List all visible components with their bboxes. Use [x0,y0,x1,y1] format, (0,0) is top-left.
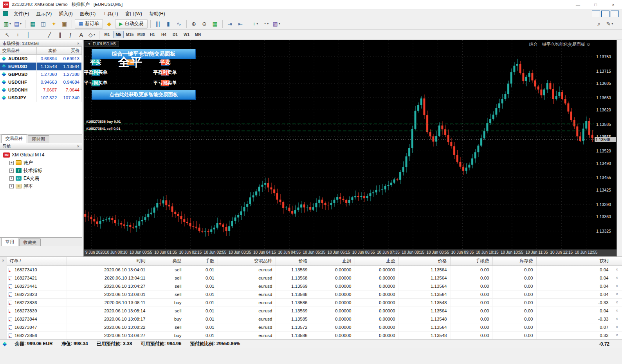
tab-常用[interactable]: 常用 [1,238,18,246]
orders-column-header[interactable]: 手续费 [450,257,492,265]
orders-column-header[interactable]: 类型 [149,257,185,265]
close-button[interactable]: × [604,0,622,9]
bar-chart-button[interactable]: ||| [153,19,163,28]
order-row[interactable]: 1682734102020.06.10 13:04:01sell0.01euru… [7,265,622,274]
child-minimize-button[interactable]: — [592,11,600,17]
orders-column-header[interactable]: 库存费 [492,257,536,265]
indicators-button[interactable]: +▾ [251,19,260,28]
shapes-button[interactable]: ◇▾ [87,30,97,39]
market-watch-row[interactable]: GBPUSD1.273601.27388 [0,70,82,78]
channel-button[interactable]: ∥ [55,30,65,39]
order-close-icon[interactable]: × [612,274,622,282]
minimize-button[interactable]: — [569,0,587,9]
autotrading-button[interactable]: ▶自动交易 [115,19,147,29]
market-watch-row[interactable]: EURUSD1.135481.13564 [0,63,82,70]
navigator-close-icon[interactable]: × [77,144,79,149]
tree-item[interactable]: +技术指标 [0,167,82,174]
order-row[interactable]: 1682738232020.06.10 13:08:01sell0.01euru… [7,290,622,298]
menu-item-6[interactable]: 帮助(H) [146,9,169,18]
zoom-out-button[interactable]: ⊖ [200,19,209,28]
close-sell-button[interactable]: 平卖 [161,59,169,66]
child-restore-button[interactable]: □ [601,11,609,17]
market-watch-row[interactable]: USDCNH7.06077.0644 [0,86,82,94]
orders-column-header[interactable]: 价格 [398,257,450,265]
order-row[interactable]: 1682738442020.06.10 13:08:17buy0.01eurus… [7,315,622,323]
child-close-button[interactable]: × [611,11,619,17]
orders-column-header[interactable]: 手数 [185,257,218,265]
line-chart-button[interactable]: ∿ [174,19,184,28]
order-close-icon[interactable]: × [612,265,622,274]
tree-root[interactable]: XMXM Global MT4 [0,151,82,159]
chart-symbol-chip[interactable]: ▼ EURUSD,M5 [85,41,119,47]
timeframe-m5[interactable]: M5 [113,31,124,38]
quick-edit-button[interactable]: ✎▾ [605,19,615,28]
timeframe-mn[interactable]: MN [193,31,203,38]
order-row[interactable]: 1682738562020.06.10 13:08:27buy0.01eurus… [7,331,622,339]
order-close-icon[interactable]: × [612,282,622,290]
order-row[interactable]: 1682738362020.06.10 13:08:11buy0.01eurus… [7,298,622,307]
expand-icon[interactable]: + [9,161,14,165]
new-order-button[interactable]: ▦新订单 [75,19,103,29]
market-watch-row[interactable]: AUDUSD0.698940.69913 [0,55,82,63]
terminal-close-icon[interactable]: × [0,257,7,263]
text-button[interactable]: A [76,30,86,39]
market-watch-row[interactable]: USDCHF0.946630.94684 [0,78,82,86]
tree-item[interactable]: +脚本 [0,182,82,190]
timeframe-m15[interactable]: M15 [124,31,135,38]
navigator-button[interactable]: ✦ [49,19,59,28]
menu-item-4[interactable]: 工具(T) [99,9,121,18]
order-close-icon[interactable]: × [612,307,622,315]
close-buy-button[interactable]: 平买 [92,59,100,66]
fibonacci-button[interactable]: ƒ [66,30,76,39]
menu-item-1[interactable]: 显示(V) [32,9,55,18]
orders-column-header[interactable]: 订单 / [7,257,67,265]
order-row[interactable]: 1682734412020.06.10 13:04:27sell0.01euru… [7,282,622,290]
tile-windows-button[interactable]: ▦ [210,19,220,28]
tab-收藏夹[interactable]: 收藏夹 [19,238,41,246]
order-row[interactable]: 1682738392020.06.10 13:08:14sell0.01euru… [7,307,622,315]
order-row[interactable]: 1682734212020.06.10 13:04:11sell0.01euru… [7,274,622,282]
timeframe-w1[interactable]: W1 [181,31,192,38]
chart-plot[interactable]: ▼ EURUSD,M5 综合一键平仓智能化交易面板 ☺ 综合一键平仓智能交易面板… [84,40,594,249]
expand-icon[interactable]: + [9,184,14,188]
close-profit-sell-button[interactable]: 平盈利卖单 [161,69,169,76]
cursor-button[interactable]: ↖ [2,30,12,39]
timeframe-h1[interactable]: H1 [147,31,158,38]
timeframe-m30[interactable]: M30 [136,31,146,38]
market-watch-close-icon[interactable]: × [77,41,79,46]
zoom-in-button[interactable]: ⊕ [189,19,199,28]
timeframe-m1[interactable]: M1 [102,31,112,38]
periods-button[interactable]: ◔▾ [261,19,271,28]
close-loss-sell-button[interactable]: 平亏损卖单 [161,80,169,86]
metaeditor-button[interactable]: ◆ [104,19,114,28]
orders-column-header[interactable]: 交易品种 [218,257,276,265]
timeframe-d1[interactable]: D1 [170,31,180,38]
trendline-button[interactable]: ╱ [45,30,54,39]
orders-column-header[interactable]: 时间 [67,257,149,265]
templates-button[interactable]: ▨▾ [272,19,281,28]
tree-item[interactable]: +EA交易 [0,174,82,182]
profiles-button[interactable]: ▤▾ [13,19,23,28]
candlestick-chart-button[interactable]: ▮ [164,19,173,28]
tab-即时图[interactable]: 即时图 [28,135,49,143]
expand-icon[interactable]: + [9,176,14,181]
close-loss-buy-button[interactable]: 平亏损买单 [92,80,100,86]
search-button[interactable]: ⌕ [594,19,604,28]
order-close-icon[interactable]: × [612,323,622,331]
data-window-button[interactable]: ◫ [38,19,48,28]
vertical-line-button[interactable]: │ [23,30,33,39]
market-watch-row[interactable]: USDJPY107.322107.340 [0,94,82,102]
close-all-button[interactable]: 全平 [126,59,135,66]
crosshair-button[interactable]: + [13,30,23,39]
menu-item-3[interactable]: 图表(C) [76,9,99,18]
horizontal-line-button[interactable]: ─ [34,30,44,39]
market-watch-button[interactable]: ▦ [28,19,38,28]
maximize-button[interactable]: □ [587,0,604,9]
orders-column-header[interactable]: 止盈 [355,257,398,265]
terminal-button[interactable]: ▣ [59,19,69,28]
order-close-icon[interactable]: × [612,290,622,298]
menu-item-5[interactable]: 窗口(W) [122,9,146,18]
orders-column-header[interactable]: 价格 [276,257,311,265]
close-panel-footer[interactable]: 点击此处获取更多智能交易面板 [92,90,196,100]
new-chart-button[interactable]: ▥▾ [2,19,12,28]
